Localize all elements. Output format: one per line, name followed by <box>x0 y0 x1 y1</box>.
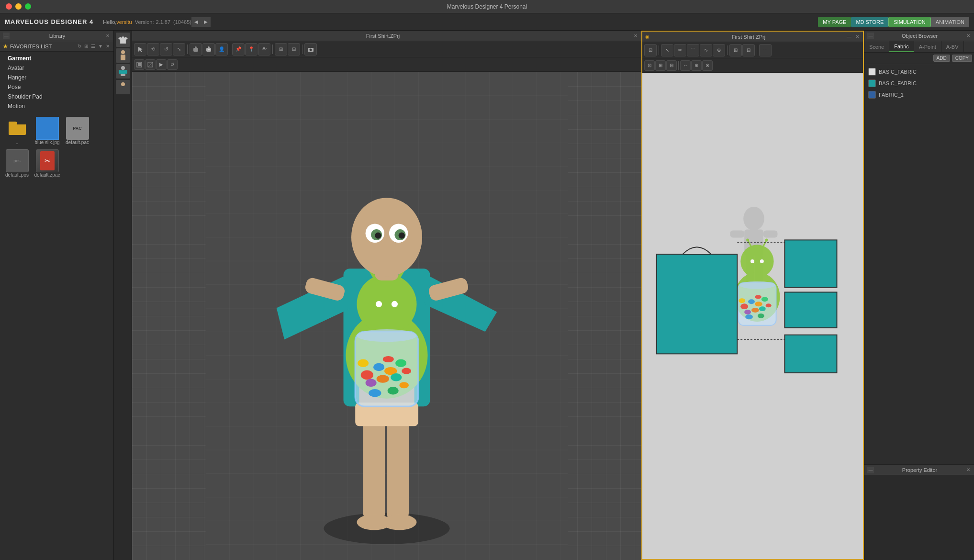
2d-curve-tool[interactable]: ∿ <box>700 44 712 56</box>
lib-close-small-button[interactable]: ✕ <box>105 43 111 49</box>
svg-point-11 <box>208 46 210 48</box>
3d-view-tool[interactable]: 👁 <box>258 43 270 56</box>
file-label-default-pos: default.pos <box>5 172 29 178</box>
window-controls[interactable] <box>6 3 31 10</box>
nav-forward-button[interactable]: ▶ <box>201 17 211 27</box>
svg-point-35 <box>392 301 398 307</box>
3d-pin-tool[interactable]: 📌 <box>232 43 245 56</box>
3d-pin-tool2[interactable]: 📍 <box>245 43 257 56</box>
3d-rotate-tool[interactable]: ↺ <box>160 43 172 56</box>
3d-front-view[interactable] <box>134 59 145 70</box>
2d-seam-tool[interactable]: ⊞ <box>729 44 742 56</box>
svg-point-90 <box>758 314 764 318</box>
fabric-item-fabric1[interactable]: FABRIC_1 <box>864 89 974 101</box>
prop-editor-collapse[interactable]: — <box>867 467 874 473</box>
object-browser-header: — Object Browser ✕ <box>864 31 974 41</box>
2d-viewport-close[interactable]: ✕ <box>854 34 860 40</box>
tab-apoint[interactable]: A-Point <box>914 41 941 52</box>
add-fabric-button[interactable]: ADD <box>933 55 950 62</box>
library-close-button[interactable]: ✕ <box>105 33 111 39</box>
2d-layout-tool[interactable]: ↔ <box>680 60 691 71</box>
file-item-default-pac[interactable]: PAC default.pac <box>64 117 90 146</box>
tab-fabric[interactable]: Fabric <box>889 41 914 52</box>
2d-snap-grid[interactable]: ⊟ <box>666 60 677 71</box>
file-label-default-zpac: default.zpac <box>34 172 60 178</box>
simulation-button[interactable]: SIMULATION <box>888 17 930 27</box>
library-nav-motion[interactable]: Motion <box>0 101 113 111</box>
2d-zoom-fit[interactable]: ⊡ <box>644 60 655 71</box>
lib-grid-button[interactable]: ⊞ <box>83 43 89 49</box>
obj-browser-collapse[interactable]: — <box>867 33 874 39</box>
copy-fabric-button[interactable]: COPY <box>952 55 972 62</box>
2d-bezier-tool[interactable]: ⌒ <box>687 44 699 56</box>
3d-move-avatar[interactable] <box>190 43 202 56</box>
library-nav-pose[interactable]: Pose <box>0 82 113 92</box>
2d-pattern-tool[interactable]: ⊗ <box>702 60 713 71</box>
fabric-item-basic1[interactable]: BASIC_FABRIC <box>864 66 974 78</box>
2d-select-tool[interactable]: ↖ <box>661 44 673 56</box>
object-browser-tabs: Scene Fabric A-Point A-BV <box>864 41 974 53</box>
2d-canvas[interactable] <box>642 73 863 559</box>
mdstore-button[interactable]: MD STORE <box>851 17 888 27</box>
3d-garment-tool2[interactable]: ⊟ <box>288 43 300 56</box>
svg-point-58 <box>399 233 405 239</box>
nav-back-button[interactable]: ◀ <box>191 17 201 27</box>
lib-menu-button[interactable]: ▼ <box>97 43 104 49</box>
lib-list-button[interactable]: ☰ <box>90 43 96 49</box>
tab-scene[interactable]: Scene <box>864 41 889 52</box>
library-collapse-button[interactable]: — <box>3 33 10 39</box>
library-nav-shoulder-pad[interactable]: Shoulder Pad <box>0 92 113 101</box>
2d-pen-tool[interactable]: ✏ <box>674 44 686 56</box>
3d-transform-tool[interactable]: ⟲ <box>147 43 159 56</box>
close-button[interactable] <box>6 3 12 10</box>
file-item-dotdot[interactable]: .. <box>4 117 30 146</box>
animation-button[interactable]: ANIMATION <box>931 17 969 27</box>
obj-browser-close[interactable]: ✕ <box>965 33 971 39</box>
svg-point-7 <box>121 82 125 86</box>
library-nav-avatar[interactable]: Avatar <box>0 63 113 73</box>
3d-select-tool[interactable] <box>134 43 146 56</box>
2d-viewport-title: First Shirt.ZPrj <box>653 34 844 40</box>
3d-reset-btn[interactable]: ↺ <box>167 59 178 70</box>
3d-avatar-tool3[interactable]: 👤 <box>215 43 228 56</box>
nav-thumb-avatar-front[interactable] <box>116 48 130 63</box>
3d-scale-tool[interactable]: ⤡ <box>173 43 185 56</box>
left-nav-strip <box>114 31 132 560</box>
file-item-default-zpac[interactable]: default.zpac <box>34 149 60 178</box>
file-item-blue-silk[interactable]: blue silk.jpg <box>34 117 60 146</box>
fabric-name-fabric1: FABRIC_1 <box>879 92 904 98</box>
library-nav-hanger[interactable]: Hanger <box>0 73 113 82</box>
3d-wire-view[interactable] <box>145 59 156 70</box>
3d-viewport-title: First Shirt.ZPrj <box>135 33 631 39</box>
mypage-button[interactable]: MY PAGE <box>818 17 851 27</box>
2d-select-all[interactable]: ⊡ <box>644 44 657 56</box>
3d-viewport-canvas[interactable] <box>132 72 641 560</box>
nav-thumb-tshirt[interactable] <box>116 33 130 47</box>
3d-camera-tool[interactable] <box>304 43 317 56</box>
2d-viewport-minimize[interactable]: — <box>846 34 852 40</box>
favorites-header[interactable]: ★ FAVORITES LIST ↻ ⊞ ☰ ▼ ✕ <box>0 41 113 52</box>
library-files: .. blue silk.jpg PAC default.pac pos def… <box>0 113 113 560</box>
prop-editor-close[interactable]: ✕ <box>965 467 971 473</box>
2d-arrange-tool[interactable]: ⊕ <box>691 60 702 71</box>
tab-abv[interactable]: A-BV <box>941 41 964 52</box>
maximize-button[interactable] <box>25 3 31 10</box>
file-item-default-pos[interactable]: pos default.pos <box>4 149 30 178</box>
2d-stitch-tool[interactable]: ⋯ <box>759 44 772 56</box>
2d-snap-tool[interactable]: ⊕ <box>713 44 725 56</box>
3d-viewport-close[interactable]: ✕ <box>633 33 638 39</box>
3d-avatar-tool2[interactable] <box>202 43 215 56</box>
3d-garment-tool1[interactable]: ⊞ <box>275 43 287 56</box>
nav-thumb-avatar-3[interactable] <box>116 80 130 94</box>
nav-thumb-avatar-2[interactable] <box>116 64 130 78</box>
fabric-item-basic2[interactable]: BASIC_FABRIC <box>864 78 974 89</box>
library-nav-garment[interactable]: Garment <box>0 54 113 63</box>
lib-refresh-button[interactable]: ↻ <box>77 43 82 49</box>
2d-grid-toggle[interactable]: ⊞ <box>655 60 666 71</box>
2d-seam-tool2[interactable]: ⊟ <box>742 44 755 56</box>
svg-point-86 <box>766 303 772 307</box>
3d-sim-btn[interactable]: ▶ <box>156 59 167 70</box>
minimize-button[interactable] <box>15 3 22 10</box>
main-layout: — Library ✕ ★ FAVORITES LIST ↻ ⊞ ☰ ▼ ✕ G… <box>0 31 974 560</box>
svg-point-57 <box>375 233 381 239</box>
